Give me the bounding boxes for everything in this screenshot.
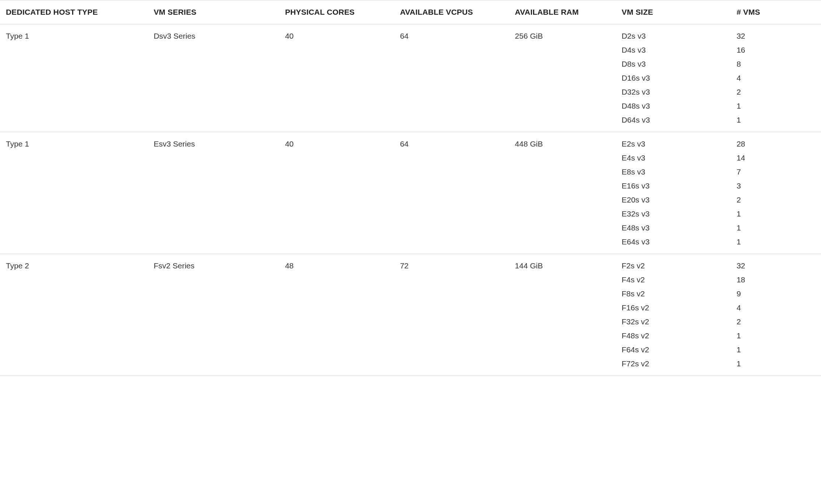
td-available-ram: 144 GiB (509, 254, 616, 376)
vm-size-value: D16s v3 (621, 74, 725, 82)
th-num-vms: # VMs (731, 0, 821, 24)
vm-size-value: E16s v3 (621, 181, 725, 190)
num-vms-value: 28 (737, 140, 815, 148)
td-vm-size: E2s v3E4s v3E8s v3E16s v3E20s v3E32s v3E… (616, 132, 730, 254)
td-vm-size: F2s v2F4s v2F8s v2F16s v2F32s v2F48s v2F… (616, 254, 730, 376)
td-available-vcpus: 64 (394, 132, 509, 254)
dedicated-host-table: Dedicated Host Type VM Series Physical C… (0, 0, 821, 376)
td-physical-cores: 48 (279, 254, 394, 376)
th-available-vcpus: Available vCPUs (394, 0, 509, 24)
th-physical-cores: Physical Cores (279, 0, 394, 24)
num-vms-value: 2 (737, 317, 815, 326)
td-vm-series: Dsv3 Series (148, 24, 279, 132)
vm-size-value: F4s v2 (621, 275, 725, 284)
num-vms-value: 32 (737, 261, 815, 270)
td-num-vms: 2814732111 (731, 132, 821, 254)
td-host-type: Type 2 (0, 254, 148, 376)
vm-size-value: E32s v3 (621, 209, 725, 218)
vm-size-value: E48s v3 (621, 223, 725, 232)
vm-size-value: D64s v3 (621, 116, 725, 124)
vm-size-value: F32s v2 (621, 317, 725, 326)
table-body: Type 1Dsv3 Series4064256 GiBD2s v3D4s v3… (0, 24, 821, 376)
td-num-vms: 321684211 (731, 24, 821, 132)
table-header-row: Dedicated Host Type VM Series Physical C… (0, 0, 821, 24)
vm-size-value: E8s v3 (621, 168, 725, 176)
td-physical-cores: 40 (279, 24, 394, 132)
num-vms-value: 16 (737, 46, 815, 54)
td-vm-series: Fsv2 Series (148, 254, 279, 376)
num-vms-value: 1 (737, 102, 815, 110)
vm-size-value: D48s v3 (621, 102, 725, 110)
num-vms-value: 3 (737, 181, 815, 190)
td-vm-series: Esv3 Series (148, 132, 279, 254)
num-vms-value: 1 (737, 116, 815, 124)
vm-size-value: D8s v3 (621, 60, 725, 68)
td-host-type: Type 1 (0, 132, 148, 254)
th-host-type: Dedicated Host Type (0, 0, 148, 24)
vm-size-value: E2s v3 (621, 140, 725, 148)
num-vms-value: 1 (737, 237, 815, 246)
num-vms-value: 9 (737, 289, 815, 298)
vm-size-value: D32s v3 (621, 88, 725, 96)
num-vms-value: 4 (737, 303, 815, 312)
num-vms-value: 1 (737, 345, 815, 354)
td-physical-cores: 40 (279, 132, 394, 254)
td-available-vcpus: 72 (394, 254, 509, 376)
th-vm-size: VM size (616, 0, 730, 24)
vm-size-value: D4s v3 (621, 46, 725, 54)
vm-size-value: F72s v2 (621, 359, 725, 368)
td-host-type: Type 1 (0, 24, 148, 132)
td-num-vms: 3218942111 (731, 254, 821, 376)
num-vms-value: 2 (737, 195, 815, 204)
td-available-ram: 256 GiB (509, 24, 616, 132)
vm-size-value: F16s v2 (621, 303, 725, 312)
num-vms-value: 1 (737, 331, 815, 340)
num-vms-value: 1 (737, 209, 815, 218)
num-vms-value: 7 (737, 168, 815, 176)
num-vms-value: 18 (737, 275, 815, 284)
num-vms-value: 1 (737, 223, 815, 232)
num-vms-value: 8 (737, 60, 815, 68)
table-row: Type 2Fsv2 Series4872144 GiBF2s v2F4s v2… (0, 254, 821, 376)
num-vms-value: 1 (737, 359, 815, 368)
num-vms-value: 4 (737, 74, 815, 82)
table-row: Type 1Dsv3 Series4064256 GiBD2s v3D4s v3… (0, 24, 821, 132)
vm-size-value: F48s v2 (621, 331, 725, 340)
vm-size-value: F8s v2 (621, 289, 725, 298)
num-vms-value: 14 (737, 154, 815, 162)
vm-size-value: E20s v3 (621, 195, 725, 204)
vm-size-value: E4s v3 (621, 154, 725, 162)
vm-size-value: D2s v3 (621, 32, 725, 40)
td-available-vcpus: 64 (394, 24, 509, 132)
th-available-ram: Available RAM (509, 0, 616, 24)
num-vms-value: 32 (737, 32, 815, 40)
num-vms-value: 2 (737, 88, 815, 96)
vm-size-value: F64s v2 (621, 345, 725, 354)
vm-size-value: E64s v3 (621, 237, 725, 246)
td-vm-size: D2s v3D4s v3D8s v3D16s v3D32s v3D48s v3D… (616, 24, 730, 132)
th-vm-series: VM Series (148, 0, 279, 24)
vm-size-value: F2s v2 (621, 261, 725, 270)
td-available-ram: 448 GiB (509, 132, 616, 254)
table-row: Type 1Esv3 Series4064448 GiBE2s v3E4s v3… (0, 132, 821, 254)
